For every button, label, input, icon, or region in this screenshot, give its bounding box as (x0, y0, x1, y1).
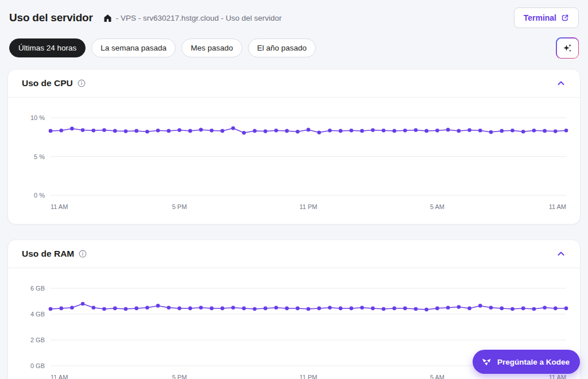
ai-assistant-button-border (556, 37, 579, 59)
svg-text:5 PM: 5 PM (172, 374, 187, 379)
cpu-usage-chart: 10 %5 %0 %11 AM5 PM11 PM5 AM11 AM (17, 109, 571, 219)
svg-text:11 AM: 11 AM (549, 203, 566, 210)
terminal-button-label: Terminal (524, 13, 556, 22)
svg-text:11 AM: 11 AM (51, 203, 68, 210)
svg-text:11 PM: 11 PM (300, 374, 318, 379)
filter-last-week[interactable]: La semana pasada (91, 38, 176, 57)
kodee-button-label: Pregúntale a Kodee (497, 358, 570, 366)
cpu-card-title: Uso de CPU (22, 78, 73, 88)
svg-text:5 AM: 5 AM (430, 203, 444, 210)
svg-text:4 GB: 4 GB (30, 311, 45, 318)
svg-text:11 PM: 11 PM (300, 203, 318, 210)
svg-text:0 %: 0 % (34, 192, 45, 199)
cpu-card-header: Uso de CPU (8, 69, 580, 98)
ai-assistant-button[interactable] (557, 38, 578, 58)
ram-card-header: Uso de RAM (8, 240, 580, 268)
ram-card-title: Uso de RAM (22, 249, 74, 259)
kodee-icon (481, 356, 492, 368)
breadcrumb: - VPS - srv630217.hstgr.cloud - Uso del … (103, 14, 504, 22)
kodee-button[interactable]: Pregúntale a Kodee (473, 350, 580, 374)
home-icon[interactable] (103, 14, 112, 22)
time-filter-bar: Últimas 24 horas La semana pasada Mes pa… (0, 33, 588, 67)
terminal-button[interactable]: Terminal (514, 7, 579, 28)
cpu-chart-area: 10 %5 %0 %11 AM5 PM11 PM5 AM11 AM (8, 98, 580, 224)
sparkle-icon (562, 43, 572, 53)
svg-text:6 GB: 6 GB (30, 285, 45, 292)
svg-text:5 PM: 5 PM (172, 203, 187, 210)
svg-text:11 AM: 11 AM (549, 374, 566, 379)
svg-text:2 GB: 2 GB (30, 337, 45, 343)
svg-text:10 %: 10 % (30, 114, 45, 121)
page-header: Uso del servidor - VPS - srv630217.hstgr… (0, 0, 588, 33)
filter-last-year[interactable]: El año pasado (248, 38, 316, 57)
external-link-icon (561, 14, 569, 22)
page-title: Uso del servidor (9, 11, 93, 24)
breadcrumb-text: - VPS - srv630217.hstgr.cloud - Uso del … (116, 14, 282, 22)
filter-last-24-hours[interactable]: Últimas 24 horas (9, 38, 86, 57)
cpu-usage-card: Uso de CPU 10 %5 %0 %11 AM5 PM11 PM5 AM1… (7, 69, 581, 225)
info-icon[interactable] (79, 250, 87, 258)
ram-collapse-chevron-icon[interactable] (556, 249, 566, 259)
svg-text:11 AM: 11 AM (51, 374, 68, 379)
svg-text:0 GB: 0 GB (30, 362, 45, 369)
info-icon[interactable] (78, 79, 86, 87)
svg-text:5 %: 5 % (34, 153, 45, 160)
filter-last-month[interactable]: Mes pasado (181, 38, 242, 57)
cpu-collapse-chevron-icon[interactable] (556, 78, 566, 88)
svg-text:5 AM: 5 AM (430, 374, 444, 379)
